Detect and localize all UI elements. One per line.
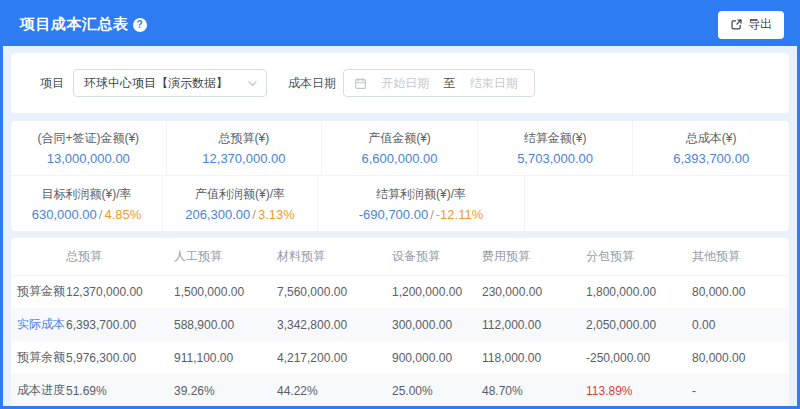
row-label: 成本进度 [11, 374, 66, 407]
table-cell: 7,560,000.00 [277, 275, 392, 308]
table-cell: 6,393,700.00 [66, 308, 174, 341]
export-button[interactable]: 导出 [718, 11, 784, 39]
summary-row-amounts: (合同+签证)金额(¥) 13,000,000.00 总预算(¥) 12,370… [11, 121, 789, 176]
budget-table-panel: 总预算 人工预算 材料预算 设备预算 费用预算 分包预算 其他预算 预算金额 1… [11, 238, 789, 408]
table-row-actual-cost: 实际成本 6,393,700.00 588,900.00 3,342,800.0… [11, 308, 789, 341]
kpi-settlement-amount: 结算金额(¥) 5,703,000.00 [478, 121, 634, 175]
table-cell: 44.22% [277, 374, 392, 407]
report-window: 项目成本汇总表 ? 导出 项目 环球中心项目【演示数据】 成本 [0, 0, 800, 409]
column-header-subcontract-budget: 分包预算 [586, 238, 692, 275]
project-select-value: 环球中心项目【演示数据】 [84, 75, 228, 92]
table-cell: 12,370,000.00 [66, 275, 174, 308]
table-cell: 80,000.00 [692, 275, 789, 308]
table-cell: 112,000.00 [482, 308, 586, 341]
budget-table: 总预算 人工预算 材料预算 设备预算 费用预算 分包预算 其他预算 预算金额 1… [11, 238, 789, 407]
kpi-empty-cell [525, 176, 789, 231]
calendar-icon [354, 77, 367, 90]
table-row-budget-amount: 预算金额 12,370,000.00 1,500,000.00 7,560,00… [11, 275, 789, 308]
export-button-label: 导出 [748, 16, 772, 33]
column-header-other-budget: 其他预算 [692, 238, 789, 275]
table-cell: - [692, 374, 789, 407]
kpi-output-profit: 产值利润额(¥)/率 206,300.00/3.13% [163, 176, 318, 231]
table-cell: 25.00% [392, 374, 482, 407]
cost-date-label: 成本日期 [288, 69, 336, 97]
summary-panel: (合同+签证)金额(¥) 13,000,000.00 总预算(¥) 12,370… [11, 121, 789, 231]
row-label: 预算金额 [11, 275, 66, 308]
kpi-settlement-profit: 结算利润额(¥)/率 -690,700.00/-12.11% [318, 176, 525, 231]
table-cell: 39.26% [174, 374, 277, 407]
export-icon [730, 18, 743, 31]
page-title: 项目成本汇总表 [20, 15, 129, 34]
table-cell: 230,000.00 [482, 275, 586, 308]
date-range-input[interactable]: 开始日期 至 结束日期 [343, 69, 535, 97]
table-row-budget-balance: 预算余额 5,976,300.00 911,100.00 4,217,200.0… [11, 341, 789, 374]
table-cell: 4,217,200.00 [277, 341, 392, 374]
kpi-contract-amount: (合同+签证)金额(¥) 13,000,000.00 [11, 121, 167, 175]
table-cell: -250,000.00 [586, 341, 692, 374]
table-cell: 900,000.00 [392, 341, 482, 374]
kpi-target-profit: 目标利润额(¥)/率 630,000.00/4.85% [11, 176, 163, 231]
title-bar: 项目成本汇总表 ? 导出 [3, 3, 797, 46]
table-cell: 911,100.00 [174, 341, 277, 374]
table-row-cost-progress: 成本进度 51.69% 39.26% 44.22% 25.00% 48.70% … [11, 374, 789, 407]
summary-row-profits: 目标利润额(¥)/率 630,000.00/4.85% 产值利润额(¥)/率 2… [11, 176, 789, 231]
project-label: 项目 [40, 69, 64, 97]
column-header-equipment-budget: 设备预算 [392, 238, 482, 275]
table-cell: 1,800,000.00 [586, 275, 692, 308]
help-icon[interactable]: ? [133, 18, 147, 32]
end-date-input[interactable]: 结束日期 [464, 75, 525, 92]
filter-bar: 项目 环球中心项目【演示数据】 成本日期 开始日期 至 结束日期 [11, 53, 789, 113]
table-cell: 80,000.00 [692, 341, 789, 374]
table-cell: 300,000.00 [392, 308, 482, 341]
table-header-row: 总预算 人工预算 材料预算 设备预算 费用预算 分包预算 其他预算 [11, 238, 789, 275]
table-cell: 118,000.00 [482, 341, 586, 374]
kpi-output-amount: 产值金额(¥) 6,600,000.00 [322, 121, 478, 175]
table-cell: 5,976,300.00 [66, 341, 174, 374]
start-date-input[interactable]: 开始日期 [375, 75, 436, 92]
row-label: 预算余额 [11, 341, 66, 374]
column-header-labor-budget: 人工预算 [174, 238, 277, 275]
table-cell: 3,342,800.00 [277, 308, 392, 341]
table-cell: 588,900.00 [174, 308, 277, 341]
table-cell: 1,200,000.00 [392, 275, 482, 308]
table-cell: 1,500,000.00 [174, 275, 277, 308]
column-header-expense-budget: 费用预算 [482, 238, 586, 275]
kpi-total-budget: 总预算(¥) 12,370,000.00 [167, 121, 323, 175]
row-label: 实际成本 [11, 308, 66, 341]
kpi-total-cost: 总成本(¥) 6,393,700.00 [633, 121, 789, 175]
table-cell: 51.69% [66, 374, 174, 407]
column-header-total-budget: 总预算 [66, 238, 174, 275]
date-range-separator: 至 [444, 75, 456, 92]
table-cell: 48.70% [482, 374, 586, 407]
chevron-down-icon [247, 78, 258, 89]
column-header-blank [11, 238, 66, 275]
table-cell: 2,050,000.00 [586, 308, 692, 341]
column-header-material-budget: 材料预算 [277, 238, 392, 275]
project-select[interactable]: 环球中心项目【演示数据】 [73, 69, 267, 97]
table-cell-overrun: 113.89% [586, 374, 692, 407]
table-cell: 0.00 [692, 308, 789, 341]
